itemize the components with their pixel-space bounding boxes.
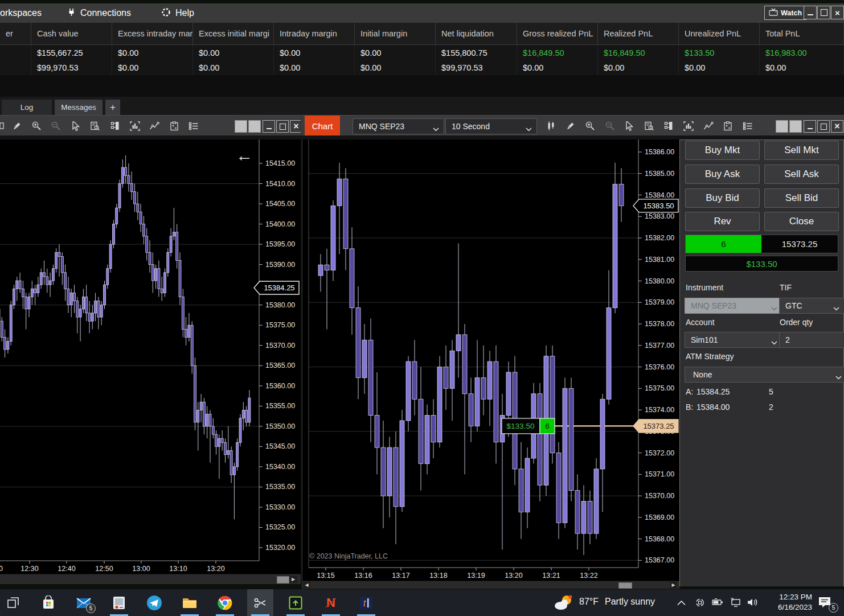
taskbar-app-telegram[interactable] bbox=[141, 589, 167, 616]
sell-bid-button[interactable]: Sell Bid bbox=[764, 188, 839, 208]
zoom-in-icon[interactable] bbox=[29, 118, 44, 133]
panel-button-1[interactable] bbox=[235, 120, 247, 133]
network-icon[interactable] bbox=[730, 598, 741, 609]
window-minimize-button[interactable] bbox=[263, 120, 275, 133]
column-header[interactable]: Intraday margin bbox=[274, 23, 355, 44]
draw-icon[interactable] bbox=[9, 118, 24, 133]
tab-log[interactable]: Log bbox=[2, 100, 52, 115]
taskbar-app-mail[interactable]: 5 bbox=[71, 589, 97, 616]
tab-add-button[interactable]: + bbox=[105, 100, 120, 115]
weather-condition[interactable]: Partly sunny bbox=[605, 597, 655, 607]
buy-ask-button[interactable]: Buy Ask bbox=[685, 165, 760, 184]
scroll-right-button[interactable]: ▶ bbox=[289, 576, 297, 583]
weather-temp[interactable]: 87°F bbox=[579, 597, 599, 607]
taskbar-app-screen-recorder[interactable] bbox=[282, 589, 309, 616]
scrollbar-thumb[interactable] bbox=[618, 582, 632, 589]
account-select[interactable]: Sim101 bbox=[685, 332, 782, 348]
clock[interactable]: 12:23 PM 6/16/2023 bbox=[762, 592, 812, 613]
buy-mkt-button[interactable]: Buy Mkt bbox=[685, 141, 760, 160]
close-button[interactable]: × bbox=[831, 6, 844, 19]
rev-button[interactable]: Rev bbox=[685, 212, 760, 231]
window-maximize-button[interactable] bbox=[276, 120, 289, 133]
left-chart-hscrollbar[interactable]: ▶ bbox=[0, 574, 301, 584]
cursor-icon[interactable] bbox=[622, 118, 637, 133]
minimize-button[interactable] bbox=[804, 6, 817, 19]
data-series-icon[interactable] bbox=[701, 118, 716, 133]
column-header[interactable]: Initial margin bbox=[355, 23, 436, 44]
tab-messages[interactable]: Messages bbox=[55, 100, 103, 115]
object-list-icon[interactable] bbox=[740, 118, 755, 133]
column-header[interactable]: Realized PnL bbox=[598, 23, 679, 44]
window-close-button[interactable]: × bbox=[831, 120, 843, 133]
menu-workspaces[interactable]: orkspaces bbox=[0, 3, 42, 23]
column-header[interactable]: er bbox=[0, 23, 31, 44]
panel-button-1[interactable] bbox=[776, 120, 788, 133]
tif-select[interactable]: GTC bbox=[779, 298, 844, 314]
left-chart[interactable]: 15415.0015410.0015405.0015400.0015395.00… bbox=[0, 139, 301, 574]
order-qty-input[interactable]: 2 ▲▼ bbox=[779, 332, 844, 348]
scroll-right-button[interactable]: ▶ bbox=[670, 582, 677, 588]
chart-bars-icon[interactable] bbox=[128, 118, 142, 133]
window-maximize-button[interactable] bbox=[817, 120, 830, 133]
zoom-out-icon[interactable] bbox=[48, 118, 63, 133]
close-button[interactable]: Close bbox=[764, 212, 839, 231]
panel-grid-icon[interactable] bbox=[108, 118, 122, 133]
column-header[interactable]: Excess intraday mar bbox=[112, 23, 193, 44]
scroll-left-button[interactable]: ◀ bbox=[303, 582, 310, 588]
column-header[interactable]: Total PnL bbox=[760, 23, 844, 44]
data-box-icon[interactable] bbox=[88, 118, 103, 133]
chart-properties-icon[interactable] bbox=[720, 118, 735, 133]
zoom-in-icon[interactable] bbox=[583, 118, 597, 133]
taskbar-app-snipping-tool[interactable] bbox=[247, 589, 273, 616]
instrument-dropdown[interactable]: MNQ SEP23 bbox=[353, 118, 444, 134]
column-header[interactable]: Cash value bbox=[31, 23, 112, 44]
table-row[interactable]: $155,667.25$0.00$0.00$0.00$0.00$155,800.… bbox=[0, 46, 844, 60]
menu-help[interactable]: Help bbox=[161, 3, 194, 23]
maximize-button[interactable] bbox=[817, 6, 830, 19]
sell-mkt-button[interactable]: Sell Mkt bbox=[764, 141, 839, 160]
window-minimize-button[interactable] bbox=[804, 120, 816, 133]
zoom-out-icon[interactable] bbox=[603, 118, 617, 133]
instrument-select[interactable]: MNQ SEP23 bbox=[685, 298, 782, 314]
watch-button[interactable]: Watch bbox=[764, 6, 806, 20]
clipped-icon[interactable] bbox=[0, 118, 7, 133]
right-chart-hscrollbar[interactable]: ◀ ▶ bbox=[302, 581, 679, 589]
atm-strategy-select[interactable]: None bbox=[685, 367, 844, 383]
right-chart[interactable]: 15386.0015385.0015384.0015383.0015382.00… bbox=[302, 139, 679, 581]
battery-icon[interactable] bbox=[712, 598, 723, 609]
sell-ask-button[interactable]: Sell Ask bbox=[764, 165, 839, 184]
taskbar-app-ninjatrader[interactable]: N bbox=[318, 589, 344, 616]
taskbar-app-store[interactable] bbox=[35, 589, 62, 616]
object-list-icon[interactable] bbox=[186, 118, 201, 133]
chart-bars-icon[interactable] bbox=[681, 118, 696, 133]
column-header[interactable]: Gross realized PnL bbox=[517, 23, 598, 44]
bar-type-icon[interactable] bbox=[543, 118, 558, 133]
volume-icon[interactable] bbox=[747, 598, 760, 609]
taskbar-app-trader-app[interactable]: t bbox=[353, 589, 379, 616]
rotation-lock-icon[interactable] bbox=[695, 598, 705, 610]
weather-icon[interactable] bbox=[554, 593, 575, 614]
interval-dropdown[interactable]: 10 Second bbox=[445, 118, 537, 134]
taskbar-app-screen-sketch[interactable] bbox=[106, 589, 132, 616]
menu-connections[interactable]: Connections bbox=[67, 3, 131, 23]
data-series-icon[interactable] bbox=[147, 118, 162, 133]
panel-button-2[interactable] bbox=[248, 120, 261, 133]
column-header[interactable]: Excess initial margi bbox=[193, 23, 274, 44]
data-box-icon[interactable] bbox=[642, 118, 657, 133]
panel-button-2[interactable] bbox=[789, 120, 802, 133]
back-arrow-icon[interactable]: ← bbox=[236, 146, 253, 165]
panel-grid-icon[interactable] bbox=[662, 118, 677, 133]
draw-icon[interactable] bbox=[563, 118, 578, 133]
scrollbar-thumb[interactable] bbox=[277, 576, 289, 584]
taskbar-app-chrome[interactable] bbox=[212, 589, 238, 616]
column-header[interactable]: Unrealized PnL bbox=[679, 23, 760, 44]
table-row[interactable]: $99,970.53$0.00$0.00$0.00$0.00$99,970.53… bbox=[0, 60, 844, 75]
buy-bid-button[interactable]: Buy Bid bbox=[685, 188, 760, 208]
column-header[interactable]: Net liquidation bbox=[436, 23, 517, 44]
taskbar-app-task-view[interactable] bbox=[0, 589, 26, 616]
chevron-up-icon[interactable] bbox=[677, 598, 686, 609]
chart-properties-icon[interactable] bbox=[167, 118, 182, 133]
cursor-icon[interactable] bbox=[68, 118, 83, 133]
taskbar-app-file-explorer[interactable] bbox=[177, 589, 203, 616]
tab-chart[interactable]: Chart bbox=[305, 116, 340, 136]
